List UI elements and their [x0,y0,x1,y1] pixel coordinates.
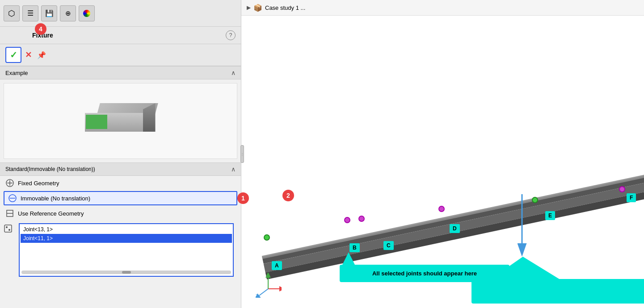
color-icon [83,10,90,17]
svg-text:z: z [256,293,258,298]
beam-label-d: D [450,224,460,233]
pin-button[interactable]: 📌 [37,51,46,59]
option-use-reference[interactable]: Use Reference Geometry [0,206,241,221]
standard-section-header: Standard(Immovable (No translation)) ∧ [0,162,241,176]
case-study-label: Case study 1 ... [265,4,305,11]
box-icon: ⬡ [8,8,15,18]
standard-section: Standard(Immovable (No translation)) ∧ F… [0,162,241,308]
example-image [4,83,237,159]
scroll-thumb [122,271,131,274]
example-section-header: Example ∧ [0,66,241,79]
confirm-button[interactable]: ✓ [5,47,21,63]
viewport-svg [241,16,644,308]
svg-line-24 [259,289,268,296]
toolbar-btn-1[interactable]: ⬡ [4,5,20,21]
example-collapse-btn[interactable]: ∧ [231,69,236,76]
beam-label-b: B [349,243,360,252]
step-badge-4: 4 [35,23,46,35]
immovable-label: Immovable (No translation) [21,195,90,202]
example-section: Example ∧ [0,66,241,162]
nav-expand-arrow[interactable]: ▶ [247,4,251,11]
svg-rect-17 [471,279,644,304]
svg-text:x: x [280,287,282,291]
step-badge-1: 1 [237,192,249,204]
toolbar-btn-3[interactable]: 💾 [41,5,57,21]
target-icon: ⊕ [65,9,71,17]
case-study-icon: 📦 [253,4,262,12]
example-label: Example [5,70,28,76]
option-fixed-geometry[interactable]: Fixed Geometry [0,176,241,190]
block-green [86,115,107,129]
svg-text:y: y [267,272,269,277]
list-icon: ☰ [27,9,34,17]
standard-collapse-btn[interactable]: ∧ [231,166,236,173]
svg-point-9 [8,229,10,231]
panel-resizer[interactable]: ⋮ [240,145,244,163]
axis-indicator: x y z [255,271,282,299]
joint-dot-4 [532,197,538,203]
standard-label: Standard(Immovable (No translation)) [5,166,95,172]
joints-side-icon [4,224,13,234]
fixed-geometry-label: Fixed Geometry [18,180,59,187]
joint-dot-6 [264,234,270,241]
beam-label-e: E [545,211,555,220]
callout-text: All selected joints should appear here [372,270,477,277]
toolbar-btn-4[interactable]: ⊕ [60,5,76,21]
joint-dot-1 [344,217,350,223]
beam-label-c: C [383,241,394,250]
toolbar-btn-2[interactable]: ☰ [22,5,38,21]
toolbar-btn-5[interactable] [79,5,95,21]
joint-item-11-1[interactable]: Joint<11, 1> [21,234,232,243]
joint-dot-5 [619,186,625,192]
svg-rect-7 [4,225,12,232]
viewport-3d: 2 3 A B C D E F All selected joints shou… [241,16,644,308]
top-nav: ▶ 📦 Case study 1 ... [241,0,644,16]
svg-marker-19 [342,252,355,266]
fixture-controls: ? [226,30,236,40]
beam-label-f: F [627,193,636,202]
toolbar: ⬡ ☰ 💾 ⊕ [0,0,241,27]
beam-label-a: A [272,261,282,270]
use-reference-icon [5,209,14,218]
svg-point-8 [6,226,8,228]
callout-arrow [331,252,366,283]
use-reference-label: Use Reference Geometry [18,210,84,217]
action-bar: ✓ ✕ 📌 [0,44,241,66]
check-icon: ✓ [10,50,17,60]
block-front [85,113,143,132]
step-badge-2: 2 [282,190,294,201]
fixed-geometry-icon [5,179,14,187]
joint-item-13-1[interactable]: Joint<13, 1> [21,225,232,234]
option-immovable[interactable]: Immovable (No translation) [4,191,237,205]
left-panel: ⬡ ☰ 💾 ⊕ Fixture ? 4 ✓ [0,0,241,308]
immovable-icon [8,194,17,203]
joint-dot-2 [358,216,365,222]
save-icon: 💾 [45,9,54,17]
joint-dot-3 [438,206,445,212]
cancel-button[interactable]: ✕ [25,50,32,60]
scroll-indicator[interactable] [21,271,231,274]
help-button[interactable]: ? [226,30,236,40]
joints-list: Joint<13, 1> Joint<11, 1> [19,223,234,277]
right-panel: ▶ 📦 Case study 1 ... [241,0,644,308]
